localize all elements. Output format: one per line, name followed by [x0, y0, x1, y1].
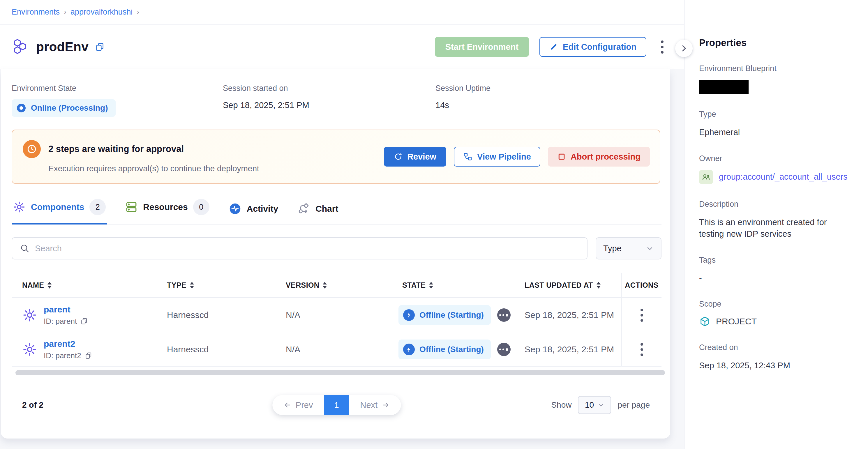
- scope-label: Scope: [699, 300, 856, 309]
- breadcrumb: Environments › approvalforkhushi ›: [0, 0, 684, 25]
- tab-resources-label: Resources: [143, 202, 188, 212]
- breadcrumb-separator: ›: [64, 7, 66, 17]
- pager: Prev 1 Next: [272, 395, 401, 415]
- edit-configuration-button[interactable]: Edit Configuration: [539, 37, 646, 57]
- chevron-down-icon: [597, 402, 604, 409]
- online-state-icon: [17, 104, 26, 113]
- search-input[interactable]: [35, 244, 579, 253]
- per-page-label: per page: [618, 400, 650, 410]
- filter-row: Type: [12, 237, 661, 259]
- view-pipeline-button[interactable]: View Pipeline: [454, 147, 540, 166]
- component-last-updated: Sep 18, 2025, 2:51 PM: [515, 310, 621, 320]
- properties-panel: Properties Environment Blueprint Type Ep…: [684, 0, 868, 449]
- row-actions-menu-icon[interactable]: [637, 306, 647, 325]
- loading-ellipsis-icon: [497, 308, 510, 322]
- sort-icon: [596, 282, 600, 289]
- tab-activity[interactable]: Activity: [227, 202, 279, 224]
- prev-page-button[interactable]: Prev: [272, 395, 324, 415]
- type-value: Ephemeral: [699, 126, 856, 138]
- column-header-version[interactable]: VERSION: [276, 273, 393, 297]
- server-stack-icon: [125, 201, 138, 214]
- blueprint-value-redacted: [699, 80, 749, 94]
- review-button[interactable]: Review: [384, 147, 446, 166]
- arrow-right-icon: [381, 401, 390, 409]
- copy-id-icon[interactable]: [81, 317, 88, 325]
- sort-icon: [48, 282, 52, 289]
- session-uptime-value: 14s: [435, 100, 491, 110]
- lightning-icon: [403, 309, 415, 321]
- collapse-panel-button[interactable]: [675, 40, 693, 57]
- row-actions-menu-icon[interactable]: [637, 340, 647, 359]
- copy-id-icon[interactable]: [85, 352, 92, 359]
- approval-banner: 2 steps are waiting for approval Executi…: [12, 130, 660, 184]
- scope-value: PROJECT: [716, 317, 757, 326]
- table-header-row: NAME TYPE VERSION STATE LAST UPDATED AT …: [12, 273, 661, 298]
- tab-resources[interactable]: Resources 0: [124, 199, 210, 224]
- component-state-badge: Offline (Starting): [399, 305, 491, 325]
- breadcrumb-separator: ›: [136, 7, 139, 17]
- page-number-1[interactable]: 1: [324, 395, 349, 415]
- chevron-right-icon: [680, 44, 688, 53]
- search-box: [12, 237, 588, 259]
- environment-state-badge: Online (Processing): [12, 99, 116, 117]
- sort-icon: [190, 282, 194, 289]
- lightning-icon: [403, 344, 415, 355]
- loading-ellipsis-icon: [497, 343, 510, 356]
- type-filter-dropdown[interactable]: Type: [596, 237, 661, 259]
- created-on-value: Sep 18, 2025, 12:43 PM: [699, 360, 856, 372]
- tab-chart-label: Chart: [315, 204, 338, 214]
- column-header-actions: ACTIONS: [621, 273, 661, 297]
- component-id: ID: parent: [44, 317, 77, 326]
- tab-components-label: Components: [31, 202, 84, 212]
- component-type: Harnesscd: [157, 310, 276, 320]
- column-header-state[interactable]: STATE: [393, 273, 515, 297]
- column-header-name[interactable]: NAME: [12, 273, 157, 297]
- gear-icon: [13, 201, 26, 214]
- clock-icon: [23, 140, 41, 158]
- component-type: Harnesscd: [157, 345, 276, 354]
- component-last-updated: Sep 18, 2025, 2:51 PM: [515, 345, 621, 354]
- component-state-badge: Offline (Starting): [399, 340, 491, 359]
- page-title: prodEnv: [36, 40, 89, 54]
- components-table: NAME TYPE VERSION STATE LAST UPDATED AT …: [12, 273, 661, 366]
- copy-title-icon[interactable]: [95, 42, 105, 52]
- approval-banner-title: 2 steps are waiting for approval: [48, 144, 184, 154]
- sort-icon: [323, 282, 327, 289]
- group-avatar-icon: [699, 170, 713, 184]
- page-size-dropdown[interactable]: 10: [578, 396, 611, 414]
- session-uptime-label: Session Uptime: [435, 84, 491, 93]
- owner-label: Owner: [699, 154, 856, 163]
- header-more-menu-icon[interactable]: [657, 38, 668, 57]
- properties-title: Properties: [699, 37, 856, 49]
- description-value: This is an environment created for testi…: [699, 216, 850, 240]
- tags-label: Tags: [699, 256, 856, 265]
- refresh-cycle-icon: [394, 152, 403, 161]
- flow-chart-icon: [298, 202, 310, 215]
- pagination: 2 of 2 Prev 1 Next Show 10: [12, 393, 661, 417]
- type-label: Type: [699, 110, 856, 119]
- tags-value: -: [699, 272, 856, 284]
- tab-chart[interactable]: Chart: [296, 202, 339, 224]
- column-header-last-updated[interactable]: LAST UPDATED AT: [515, 273, 621, 297]
- column-header-type[interactable]: TYPE: [157, 273, 276, 297]
- breadcrumb-link-environments[interactable]: Environments: [12, 7, 60, 17]
- component-version: N/A: [276, 345, 393, 354]
- tab-components[interactable]: Components 2: [12, 199, 107, 224]
- environment-content-card: Environment State Online (Processing) Se…: [1, 69, 670, 439]
- show-label: Show: [551, 400, 571, 410]
- components-count-badge: 2: [89, 199, 106, 215]
- abort-processing-button[interactable]: Abort processing: [548, 147, 650, 166]
- breadcrumb-link-approvalforkhushi[interactable]: approvalforkhushi: [70, 7, 132, 17]
- table-row: parent ID: parent Harnesscd N/A: [12, 298, 661, 332]
- environment-state-label: Environment State: [12, 84, 223, 93]
- component-name-link[interactable]: parent2: [44, 339, 92, 349]
- start-environment-button[interactable]: Start Environment: [435, 37, 529, 57]
- component-name-link[interactable]: parent: [44, 304, 88, 315]
- next-page-button[interactable]: Next: [349, 395, 401, 415]
- tab-bar: Components 2 Resources 0 A: [12, 199, 661, 224]
- stop-square-icon: [557, 152, 566, 161]
- horizontal-scrollbar[interactable]: [16, 370, 665, 375]
- session-started-label: Session started on: [223, 84, 435, 93]
- pagination-summary: 2 of 2: [12, 400, 43, 410]
- owner-group-link[interactable]: group:account/_account_all_users: [719, 172, 847, 182]
